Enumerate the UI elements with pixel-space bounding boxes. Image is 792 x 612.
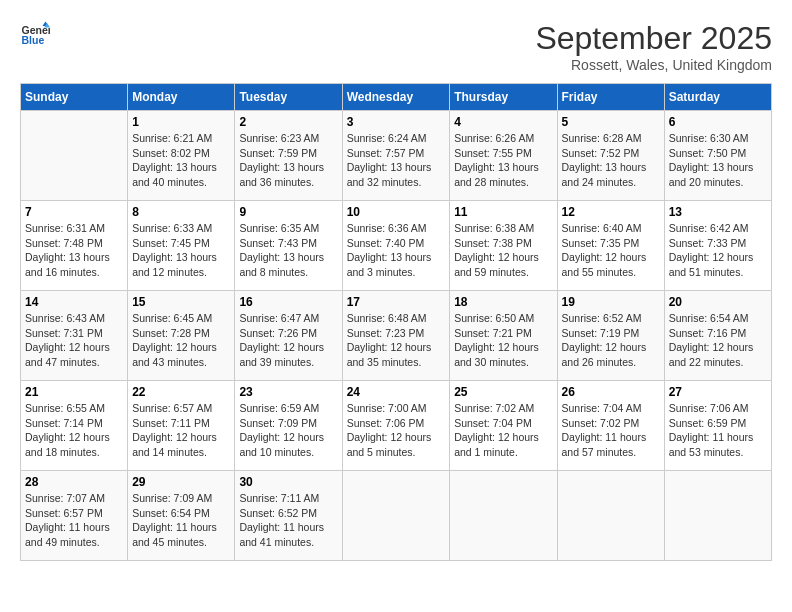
weekday-header: Tuesday: [235, 84, 342, 111]
day-number: 11: [454, 205, 552, 219]
day-detail: Sunrise: 6:24 AMSunset: 7:57 PMDaylight:…: [347, 131, 446, 190]
month-title: September 2025: [535, 20, 772, 57]
day-detail: Sunrise: 6:47 AMSunset: 7:26 PMDaylight:…: [239, 311, 337, 370]
calendar-cell: 11Sunrise: 6:38 AMSunset: 7:38 PMDayligh…: [450, 201, 557, 291]
calendar-cell: 5Sunrise: 6:28 AMSunset: 7:52 PMDaylight…: [557, 111, 664, 201]
day-detail: Sunrise: 6:36 AMSunset: 7:40 PMDaylight:…: [347, 221, 446, 280]
weekday-header: Friday: [557, 84, 664, 111]
day-detail: Sunrise: 6:42 AMSunset: 7:33 PMDaylight:…: [669, 221, 767, 280]
calendar-cell: 2Sunrise: 6:23 AMSunset: 7:59 PMDaylight…: [235, 111, 342, 201]
day-number: 25: [454, 385, 552, 399]
day-detail: Sunrise: 6:50 AMSunset: 7:21 PMDaylight:…: [454, 311, 552, 370]
calendar-table: SundayMondayTuesdayWednesdayThursdayFrid…: [20, 83, 772, 561]
day-number: 4: [454, 115, 552, 129]
day-number: 9: [239, 205, 337, 219]
day-detail: Sunrise: 7:02 AMSunset: 7:04 PMDaylight:…: [454, 401, 552, 460]
weekday-header: Wednesday: [342, 84, 450, 111]
calendar-cell: 7Sunrise: 6:31 AMSunset: 7:48 PMDaylight…: [21, 201, 128, 291]
day-number: 2: [239, 115, 337, 129]
day-number: 22: [132, 385, 230, 399]
day-detail: Sunrise: 6:30 AMSunset: 7:50 PMDaylight:…: [669, 131, 767, 190]
calendar-cell: [450, 471, 557, 561]
day-detail: Sunrise: 6:45 AMSunset: 7:28 PMDaylight:…: [132, 311, 230, 370]
day-number: 14: [25, 295, 123, 309]
day-number: 19: [562, 295, 660, 309]
logo-icon: General Blue: [20, 20, 50, 50]
title-block: September 2025 Rossett, Wales, United Ki…: [535, 20, 772, 73]
day-number: 7: [25, 205, 123, 219]
day-detail: Sunrise: 6:55 AMSunset: 7:14 PMDaylight:…: [25, 401, 123, 460]
calendar-cell: 13Sunrise: 6:42 AMSunset: 7:33 PMDayligh…: [664, 201, 771, 291]
day-number: 10: [347, 205, 446, 219]
day-detail: Sunrise: 6:21 AMSunset: 8:02 PMDaylight:…: [132, 131, 230, 190]
calendar-week-row: 28Sunrise: 7:07 AMSunset: 6:57 PMDayligh…: [21, 471, 772, 561]
calendar-cell: [21, 111, 128, 201]
day-number: 13: [669, 205, 767, 219]
day-detail: Sunrise: 7:07 AMSunset: 6:57 PMDaylight:…: [25, 491, 123, 550]
calendar-cell: 24Sunrise: 7:00 AMSunset: 7:06 PMDayligh…: [342, 381, 450, 471]
location: Rossett, Wales, United Kingdom: [535, 57, 772, 73]
day-detail: Sunrise: 6:54 AMSunset: 7:16 PMDaylight:…: [669, 311, 767, 370]
day-detail: Sunrise: 7:11 AMSunset: 6:52 PMDaylight:…: [239, 491, 337, 550]
day-detail: Sunrise: 6:48 AMSunset: 7:23 PMDaylight:…: [347, 311, 446, 370]
day-number: 26: [562, 385, 660, 399]
calendar-cell: 19Sunrise: 6:52 AMSunset: 7:19 PMDayligh…: [557, 291, 664, 381]
logo: General Blue: [20, 20, 50, 50]
day-detail: Sunrise: 6:57 AMSunset: 7:11 PMDaylight:…: [132, 401, 230, 460]
calendar-cell: 14Sunrise: 6:43 AMSunset: 7:31 PMDayligh…: [21, 291, 128, 381]
day-detail: Sunrise: 6:26 AMSunset: 7:55 PMDaylight:…: [454, 131, 552, 190]
weekday-header: Sunday: [21, 84, 128, 111]
weekday-header: Thursday: [450, 84, 557, 111]
calendar-cell: 18Sunrise: 6:50 AMSunset: 7:21 PMDayligh…: [450, 291, 557, 381]
calendar-cell: 17Sunrise: 6:48 AMSunset: 7:23 PMDayligh…: [342, 291, 450, 381]
day-number: 6: [669, 115, 767, 129]
weekday-header: Monday: [128, 84, 235, 111]
calendar-cell: 27Sunrise: 7:06 AMSunset: 6:59 PMDayligh…: [664, 381, 771, 471]
calendar-cell: 1Sunrise: 6:21 AMSunset: 8:02 PMDaylight…: [128, 111, 235, 201]
day-number: 12: [562, 205, 660, 219]
calendar-cell: [664, 471, 771, 561]
day-detail: Sunrise: 7:06 AMSunset: 6:59 PMDaylight:…: [669, 401, 767, 460]
day-number: 17: [347, 295, 446, 309]
day-detail: Sunrise: 7:00 AMSunset: 7:06 PMDaylight:…: [347, 401, 446, 460]
calendar-cell: 26Sunrise: 7:04 AMSunset: 7:02 PMDayligh…: [557, 381, 664, 471]
day-number: 15: [132, 295, 230, 309]
day-detail: Sunrise: 6:43 AMSunset: 7:31 PMDaylight:…: [25, 311, 123, 370]
svg-text:Blue: Blue: [22, 34, 45, 46]
calendar-cell: 9Sunrise: 6:35 AMSunset: 7:43 PMDaylight…: [235, 201, 342, 291]
day-detail: Sunrise: 6:35 AMSunset: 7:43 PMDaylight:…: [239, 221, 337, 280]
calendar-week-row: 7Sunrise: 6:31 AMSunset: 7:48 PMDaylight…: [21, 201, 772, 291]
page-header: General Blue September 2025 Rossett, Wal…: [20, 20, 772, 73]
day-number: 1: [132, 115, 230, 129]
day-number: 27: [669, 385, 767, 399]
weekday-header: Saturday: [664, 84, 771, 111]
calendar-cell: 20Sunrise: 6:54 AMSunset: 7:16 PMDayligh…: [664, 291, 771, 381]
calendar-cell: 30Sunrise: 7:11 AMSunset: 6:52 PMDayligh…: [235, 471, 342, 561]
calendar-cell: 8Sunrise: 6:33 AMSunset: 7:45 PMDaylight…: [128, 201, 235, 291]
calendar-cell: [557, 471, 664, 561]
day-detail: Sunrise: 6:59 AMSunset: 7:09 PMDaylight:…: [239, 401, 337, 460]
calendar-week-row: 14Sunrise: 6:43 AMSunset: 7:31 PMDayligh…: [21, 291, 772, 381]
calendar-cell: 29Sunrise: 7:09 AMSunset: 6:54 PMDayligh…: [128, 471, 235, 561]
weekday-header-row: SundayMondayTuesdayWednesdayThursdayFrid…: [21, 84, 772, 111]
calendar-cell: 15Sunrise: 6:45 AMSunset: 7:28 PMDayligh…: [128, 291, 235, 381]
calendar-cell: 21Sunrise: 6:55 AMSunset: 7:14 PMDayligh…: [21, 381, 128, 471]
calendar-cell: 16Sunrise: 6:47 AMSunset: 7:26 PMDayligh…: [235, 291, 342, 381]
day-detail: Sunrise: 6:38 AMSunset: 7:38 PMDaylight:…: [454, 221, 552, 280]
day-detail: Sunrise: 6:40 AMSunset: 7:35 PMDaylight:…: [562, 221, 660, 280]
day-detail: Sunrise: 6:28 AMSunset: 7:52 PMDaylight:…: [562, 131, 660, 190]
calendar-cell: 10Sunrise: 6:36 AMSunset: 7:40 PMDayligh…: [342, 201, 450, 291]
day-number: 28: [25, 475, 123, 489]
calendar-cell: 25Sunrise: 7:02 AMSunset: 7:04 PMDayligh…: [450, 381, 557, 471]
calendar-week-row: 1Sunrise: 6:21 AMSunset: 8:02 PMDaylight…: [21, 111, 772, 201]
day-number: 5: [562, 115, 660, 129]
calendar-cell: 3Sunrise: 6:24 AMSunset: 7:57 PMDaylight…: [342, 111, 450, 201]
day-number: 21: [25, 385, 123, 399]
day-detail: Sunrise: 6:52 AMSunset: 7:19 PMDaylight:…: [562, 311, 660, 370]
calendar-cell: 22Sunrise: 6:57 AMSunset: 7:11 PMDayligh…: [128, 381, 235, 471]
day-number: 3: [347, 115, 446, 129]
day-detail: Sunrise: 6:23 AMSunset: 7:59 PMDaylight:…: [239, 131, 337, 190]
calendar-cell: [342, 471, 450, 561]
day-number: 29: [132, 475, 230, 489]
day-number: 16: [239, 295, 337, 309]
